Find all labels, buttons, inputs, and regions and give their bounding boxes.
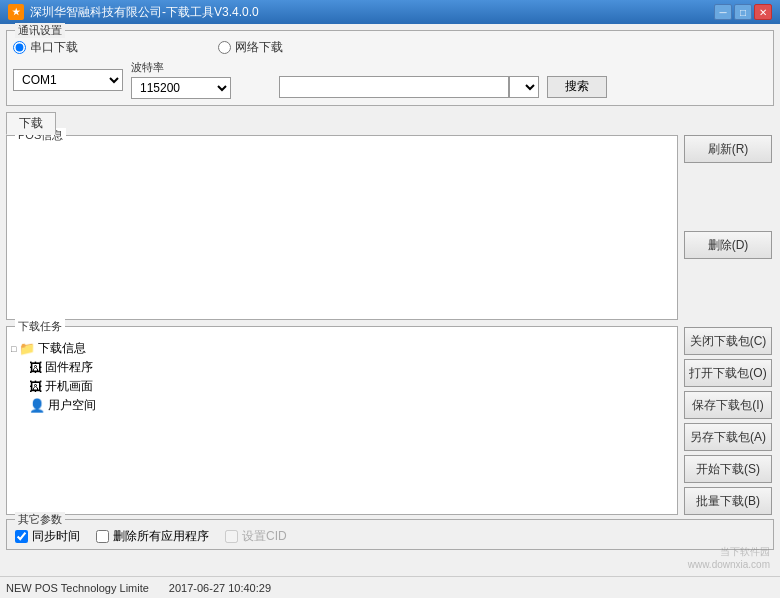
pos-info-content[interactable] [7, 144, 677, 319]
tab-bar: 下载 [6, 112, 774, 135]
bootscreen-icon: 🖼 [29, 379, 42, 394]
expand-icon: □ [11, 344, 16, 354]
network-field-group [279, 62, 539, 98]
right-panel: 刷新(R) 删除(D) 关闭下载包(C) 打开下载包(O) 保存下载包(I) 另… [684, 135, 774, 515]
status-bar: NEW POS Technology Limite 2017-06-27 10:… [0, 576, 780, 598]
download-task-box: 下载任务 □ 📁 下载信息 🖼 固件程序 🖼 开机画面 [6, 326, 678, 515]
network-dropdown[interactable] [509, 76, 539, 98]
comm-settings-label: 通讯设置 [15, 23, 65, 38]
network-radio-group: 网络下载 [218, 39, 283, 56]
pos-info-box: POS信息 [6, 135, 678, 320]
set-cid-group: 设置CID [225, 528, 287, 545]
com-port-select[interactable]: COM1 COM2 COM3 [13, 69, 123, 91]
comm-row1: 串口下载 网络下载 [13, 39, 767, 56]
app-icon: ★ [8, 4, 24, 20]
left-panel: POS信息 下载任务 □ 📁 下载信息 🖼 固件程序 [6, 135, 678, 515]
search-button[interactable]: 搜索 [547, 76, 607, 98]
tree-bootscreen-label: 开机画面 [45, 378, 93, 395]
title-bar: ★ 深圳华智融科技有限公司-下载工具V3.4.0.0 ─ □ ✕ [0, 0, 780, 24]
baud-rate-label: 波特率 [131, 60, 231, 75]
watermark: 当下软件园 www.downxia.com [688, 545, 770, 570]
minimize-button[interactable]: ─ [714, 4, 732, 20]
sync-time-checkbox[interactable] [15, 530, 28, 543]
tree-firmware-label: 固件程序 [45, 359, 93, 376]
batch-download-button[interactable]: 批量下载(B) [684, 487, 772, 515]
userspace-icon: 👤 [29, 398, 45, 413]
save-as-package-button[interactable]: 另存下载包(A) [684, 423, 772, 451]
tree-root-label: 下载信息 [38, 340, 86, 357]
network-input[interactable] [279, 76, 509, 98]
baud-field-group: 波特率 115200 57600 38400 19200 9600 [131, 60, 231, 99]
com-field-group: COM1 COM2 COM3 [13, 69, 123, 91]
serial-radio-group: 串口下载 [13, 39, 78, 56]
watermark-line2: www.downxia.com [688, 559, 770, 570]
delete-button[interactable]: 删除(D) [684, 231, 772, 259]
set-cid-label: 设置CID [242, 528, 287, 545]
tree-item-bootscreen[interactable]: 🖼 开机画面 [11, 377, 673, 396]
tree-item-root[interactable]: □ 📁 下载信息 [11, 339, 673, 358]
tree-item-firmware[interactable]: 🖼 固件程序 [11, 358, 673, 377]
delete-apps-group: 删除所有应用程序 [96, 528, 209, 545]
set-cid-checkbox[interactable] [225, 530, 238, 543]
save-package-button[interactable]: 保存下载包(I) [684, 391, 772, 419]
options-row: 同步时间 删除所有应用程序 设置CID [15, 524, 765, 545]
comm-settings-group: 通讯设置 串口下载 网络下载 COM1 COM2 COM3 波特率 [6, 30, 774, 106]
bottom-options-label: 其它参数 [15, 512, 65, 527]
tab-download[interactable]: 下载 [6, 112, 56, 135]
title-controls: ─ □ ✕ [714, 4, 772, 20]
watermark-line1: 当下软件园 [688, 545, 770, 559]
baud-rate-select[interactable]: 115200 57600 38400 19200 9600 [131, 77, 231, 99]
download-task-label: 下载任务 [15, 319, 65, 334]
main-area: POS信息 下载任务 □ 📁 下载信息 🖼 固件程序 [6, 135, 774, 515]
network-radio-label: 网络下载 [235, 39, 283, 56]
sync-time-group: 同步时间 [15, 528, 80, 545]
title-bar-left: ★ 深圳华智融科技有限公司-下载工具V3.4.0.0 [8, 4, 259, 21]
delete-apps-label: 删除所有应用程序 [113, 528, 209, 545]
start-download-button[interactable]: 开始下载(S) [684, 455, 772, 483]
tree-content: □ 📁 下载信息 🖼 固件程序 🖼 开机画面 👤 [7, 335, 677, 419]
firmware-icon: 🖼 [29, 360, 42, 375]
bottom-options-group: 其它参数 同步时间 删除所有应用程序 设置CID [6, 519, 774, 550]
network-radio[interactable] [218, 41, 231, 54]
open-package-button[interactable]: 打开下载包(O) [684, 359, 772, 387]
refresh-button[interactable]: 刷新(R) [684, 135, 772, 163]
folder-icon: 📁 [19, 341, 35, 356]
delete-apps-checkbox[interactable] [96, 530, 109, 543]
tree-item-userspace[interactable]: 👤 用户空间 [11, 396, 673, 415]
serial-radio-label: 串口下载 [30, 39, 78, 56]
status-company: NEW POS Technology Limite [6, 582, 149, 594]
status-datetime: 2017-06-27 10:40:29 [169, 582, 271, 594]
sync-time-label: 同步时间 [32, 528, 80, 545]
close-package-button[interactable]: 关闭下载包(C) [684, 327, 772, 355]
close-button[interactable]: ✕ [754, 4, 772, 20]
comm-row2: COM1 COM2 COM3 波特率 115200 57600 38400 19… [13, 60, 767, 99]
window-title: 深圳华智融科技有限公司-下载工具V3.4.0.0 [30, 4, 259, 21]
serial-radio[interactable] [13, 41, 26, 54]
main-content: 通讯设置 串口下载 网络下载 COM1 COM2 COM3 波特率 [0, 24, 780, 576]
tree-userspace-label: 用户空间 [48, 397, 96, 414]
maximize-button[interactable]: □ [734, 4, 752, 20]
